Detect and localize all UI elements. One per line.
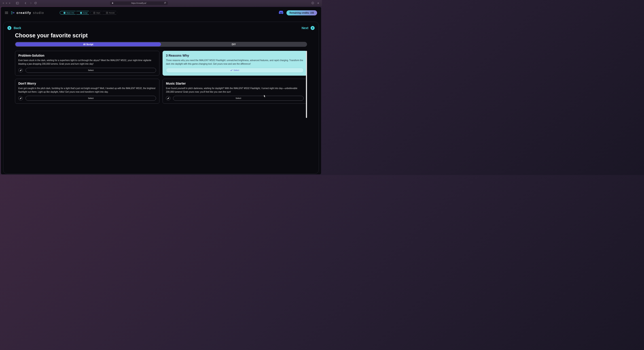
- script-card-music-starter[interactable]: Music Starter Ever found yourself in pit…: [162, 79, 307, 104]
- logo-sub: studio: [33, 11, 44, 15]
- app-header: creatify studio 1 Basic info 2 Script 3 …: [1, 7, 321, 19]
- maximize-window[interactable]: [9, 3, 10, 4]
- card-body: Three reasons why you need the IMALENT M…: [166, 59, 304, 66]
- card-body: Ever been stuck in the dark, wishing for…: [18, 59, 156, 66]
- next-label: Next: [302, 26, 308, 30]
- pencil-icon: [167, 97, 169, 99]
- step-basic-info[interactable]: 1 Basic info: [60, 11, 77, 15]
- svg-rect-0: [16, 2, 19, 4]
- script-card-dont-worry[interactable]: Don't Worry Ever got caught in the pitch…: [15, 79, 160, 104]
- chevron-left-icon: [8, 26, 12, 30]
- edit-button[interactable]: [18, 68, 23, 73]
- logo[interactable]: creatify studio: [11, 11, 44, 15]
- main-panel: Back Next Choose your favorite script AI…: [3, 22, 319, 174]
- reload-icon[interactable]: [34, 2, 37, 4]
- back-label: Back: [14, 26, 21, 30]
- forward-icon: [30, 2, 32, 4]
- content-area: Choose your favorite script AI Script DI…: [8, 32, 314, 104]
- progress-stepper: 1 Basic info 2 Script 3 Style 4 Render: [60, 11, 118, 15]
- step-label: Script: [83, 12, 88, 14]
- card-title: Music Starter: [166, 82, 304, 85]
- next-button[interactable]: Next: [302, 26, 314, 30]
- app-root: creatify studio 1 Basic info 2 Script 3 …: [1, 7, 321, 174]
- lock-icon: [112, 2, 113, 4]
- step-label: Basic info: [66, 12, 74, 14]
- edit-button[interactable]: [18, 96, 23, 101]
- browser-chrome: https://creatify.ai/: [0, 0, 322, 6]
- script-cards-grid: Problem-Solution Ever been stuck in the …: [15, 51, 307, 104]
- new-tab-icon[interactable]: [317, 1, 319, 5]
- select-button[interactable]: Select: [166, 68, 304, 73]
- select-button[interactable]: Select: [26, 68, 156, 73]
- close-window[interactable]: [3, 3, 4, 4]
- sidebar-toggle-icon[interactable]: [16, 2, 19, 4]
- url-bar[interactable]: https://creatify.ai/: [110, 1, 168, 5]
- tab-diy[interactable]: DIY: [161, 42, 306, 46]
- back-button[interactable]: Back: [8, 26, 21, 30]
- step-label: Render: [109, 12, 115, 14]
- discord-icon[interactable]: [279, 11, 283, 15]
- card-title: Don't Worry: [18, 82, 156, 85]
- step-render[interactable]: 4 Render: [102, 11, 118, 15]
- check-icon: [230, 69, 232, 71]
- credits-pill[interactable]: Remaining credits: 155: [286, 10, 317, 16]
- minimize-window[interactable]: [6, 3, 7, 4]
- card-body: Ever got caught in the pitch dark, fumbl…: [18, 87, 156, 94]
- window-controls: [3, 3, 10, 4]
- select-button[interactable]: Select: [26, 96, 156, 101]
- script-card-3-reasons-why[interactable]: 3 Reasons Why Three reasons why you need…: [162, 51, 307, 76]
- card-title: 3 Reasons Why: [166, 54, 304, 57]
- pencil-icon: [20, 69, 22, 71]
- logo-main: creatify: [16, 11, 31, 15]
- edit-button[interactable]: [166, 96, 170, 101]
- back-icon[interactable]: [24, 2, 27, 4]
- script-card-problem-solution[interactable]: Problem-Solution Ever been stuck in the …: [15, 51, 160, 76]
- card-body: Ever found yourself in pitch darkness, w…: [166, 87, 304, 94]
- svg-rect-2: [112, 3, 113, 4]
- chevron-right-icon: [310, 26, 314, 30]
- scrollbar[interactable]: [306, 51, 307, 118]
- page-title: Choose your favorite script: [15, 32, 307, 39]
- svg-rect-3: [164, 3, 165, 3]
- hamburger-menu-icon[interactable]: [5, 11, 8, 15]
- url-text: https://creatify.ai/: [131, 2, 146, 4]
- step-style[interactable]: 3 Style: [90, 11, 103, 15]
- share-icon[interactable]: [164, 2, 166, 4]
- pencil-icon: [20, 97, 22, 99]
- card-title: Problem-Solution: [18, 54, 156, 57]
- logo-mark-icon: [11, 11, 15, 14]
- tab-ai-script[interactable]: AI Script: [16, 42, 161, 46]
- download-icon[interactable]: [312, 1, 314, 5]
- select-button[interactable]: Select: [173, 96, 304, 101]
- script-mode-tabs: AI Script DIY: [15, 42, 307, 47]
- step-script[interactable]: 2 Script: [76, 11, 90, 15]
- step-label: Style: [96, 12, 100, 14]
